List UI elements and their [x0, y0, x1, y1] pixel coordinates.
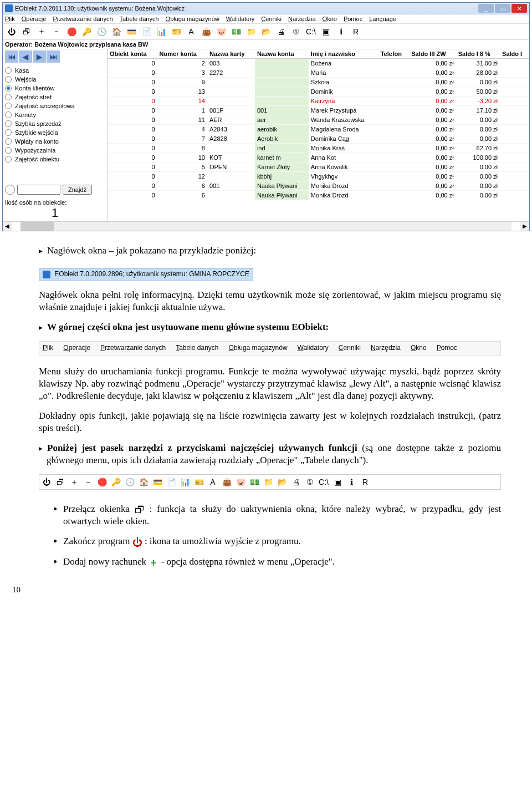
info-icon[interactable]: ℹ: [334, 25, 347, 38]
key-icon[interactable]: 🔑: [80, 25, 93, 38]
table-cell: 0: [108, 153, 157, 163]
table-row[interactable]: 032272Maria0,00 zł28,00 zł: [108, 68, 529, 78]
table-cell: [255, 59, 309, 68]
table-cell: [207, 78, 255, 87]
column-header[interactable]: Imię i nazwisko: [309, 49, 378, 59]
table-row[interactable]: 02003Bożena0,00 zł31,00 zł: [108, 59, 529, 68]
menu-item[interactable]: Narzędzia: [288, 16, 316, 22]
clock-icon[interactable]: 🕓: [95, 25, 108, 38]
table-row[interactable]: 06Nauka PływaniMonika Drozd0,00 zł0,00 z…: [108, 191, 529, 200]
scroll-thumb[interactable]: [21, 222, 54, 231]
square-icon[interactable]: ▣: [319, 25, 332, 38]
table-row[interactable]: 05OPENKarnet ZłotyAnna Kowalik0,00 zł0,0…: [108, 163, 529, 172]
cascade-icon[interactable]: 🗗: [20, 25, 33, 38]
scroll-track[interactable]: [21, 222, 511, 231]
power-icon[interactable]: ⏻: [5, 25, 18, 38]
menu-item[interactable]: Przetwarzanie danych: [53, 16, 112, 22]
table-cell: 0: [108, 191, 157, 200]
table-cell: [378, 163, 410, 172]
nav-prev-icon[interactable]: ◀: [19, 50, 32, 63]
column-header[interactable]: Saldo III ZW: [409, 49, 456, 59]
circle1-icon[interactable]: ①: [289, 25, 303, 38]
column-header[interactable]: Numer konta: [157, 49, 207, 59]
print-icon[interactable]: 🖨: [274, 25, 288, 38]
table-row[interactable]: 04A2843aerobikMagdalena Środa0,00 zł0,00…: [108, 125, 529, 134]
table-row[interactable]: 011AERaerWanda Kraszewska0,00 zł0,00 zł: [108, 115, 529, 125]
menu-item[interactable]: Okno: [323, 16, 337, 22]
folder1-icon[interactable]: 📁: [244, 25, 258, 38]
table-row[interactable]: 06001Nauka PływaniMonika Drozd0,00 zł0,0…: [108, 181, 529, 191]
chart-icon[interactable]: 📊: [155, 25, 168, 38]
column-header[interactable]: Nazwa karty: [207, 49, 255, 59]
titlebar-example: EObiekt 7.0.2009.2896; użytkownik system…: [39, 268, 253, 281]
menu-item[interactable]: Pomoc: [344, 16, 362, 22]
close-button[interactable]: ✕: [511, 4, 527, 13]
table-row[interactable]: 07A2828AerobikDominika Cąg0,00 zł0,00 zł: [108, 134, 529, 144]
piggy-icon[interactable]: 🐷: [214, 25, 228, 38]
nav-next-icon[interactable]: ▶: [33, 50, 46, 63]
maximize-button[interactable]: ▭: [495, 4, 510, 13]
menu-item[interactable]: Cenniki: [261, 16, 282, 22]
sidebar-item[interactable]: Konta klientów: [5, 85, 105, 92]
card-icon[interactable]: 💳: [125, 25, 138, 38]
sidebar-item[interactable]: Szybkie wejścia: [5, 129, 105, 136]
badge-icon: 🎫: [193, 476, 205, 488]
plus-icon[interactable]: ＋: [35, 25, 48, 38]
stop-icon[interactable]: 🛑: [65, 25, 78, 38]
table-cell: 0,00 zł: [409, 163, 456, 172]
table-row[interactable]: 013Dominik0,00 zł50,00 zł: [108, 87, 529, 97]
menu-item[interactable]: Plik: [5, 16, 15, 22]
sidebar-item[interactable]: Wejścia: [5, 76, 105, 83]
search-input[interactable]: [17, 185, 60, 195]
column-header[interactable]: Saldo I 8 %: [456, 49, 500, 59]
minus-icon[interactable]: －: [50, 25, 63, 38]
bag-icon[interactable]: 👜: [200, 25, 213, 38]
table-cell: Anna Kowalik: [309, 163, 378, 172]
sidebar-item[interactable]: Kasa: [5, 67, 105, 74]
paragraph-1: Nagłówek okna pełni rolę informacyjną. D…: [39, 289, 501, 313]
menu-item[interactable]: Tabele danych: [120, 16, 159, 22]
table-cell: 0,00 zł: [456, 191, 500, 200]
scroll-left-icon[interactable]: ◀: [3, 222, 12, 231]
scroll-right-icon[interactable]: ▶: [520, 222, 529, 231]
table-row[interactable]: 010KOTkarnet mAnna Kot0,00 zł100,00 zł: [108, 153, 529, 163]
menu-item: Plik: [43, 344, 53, 353]
column-header[interactable]: Telefon: [378, 49, 410, 59]
console-icon[interactable]: C:\: [304, 25, 318, 38]
menu-item[interactable]: Operacje: [22, 16, 47, 22]
nav-first-icon[interactable]: ⏮: [5, 50, 18, 63]
table-row[interactable]: 014Katrzyna0,00 zł-3,20 zł: [108, 97, 529, 106]
doc-icon[interactable]: 📄: [140, 25, 153, 38]
table-cell: [378, 144, 410, 153]
sidebar-item[interactable]: Wypożyczalnia: [5, 147, 105, 154]
R-icon[interactable]: R: [349, 25, 362, 38]
sidebar-item[interactable]: Szybka sprzedaż: [5, 120, 105, 127]
h-scrollbar[interactable]: ◀ ▶: [3, 221, 529, 231]
column-header[interactable]: Saldo I: [500, 49, 529, 59]
find-button[interactable]: Znajdź: [63, 185, 92, 195]
table-row[interactable]: 012kbbhjVhgykhgv0,00 zł0,00 zł: [108, 172, 529, 181]
table-cell: Bożena: [309, 59, 378, 68]
table-row[interactable]: 01001P001Marek Przystupa0,00 zł17,10 zł: [108, 106, 529, 115]
nav-last-icon[interactable]: ⏭: [47, 50, 60, 63]
column-header[interactable]: Obiekt konta: [108, 49, 157, 59]
sidebar-item[interactable]: Wpłaty na konto: [5, 138, 105, 145]
sidebar-item[interactable]: Zajętość szczegółowa: [5, 103, 105, 109]
cash-icon[interactable]: 💵: [229, 25, 243, 38]
folder2-icon[interactable]: 📂: [259, 25, 273, 38]
A-icon[interactable]: A: [185, 25, 198, 38]
square-icon: ▣: [331, 476, 344, 488]
table-row[interactable]: 09Szkoła0,00 zł0,00 zł: [108, 78, 529, 87]
menu-item[interactable]: Walidatory: [226, 16, 255, 22]
menu-item[interactable]: Obługa magazynów: [166, 16, 219, 22]
sidebar-item[interactable]: Zajętość stref: [5, 94, 105, 100]
sidebar-item[interactable]: Karnety: [5, 111, 105, 118]
table-cell: 0,00 zł: [409, 172, 456, 181]
column-header[interactable]: Nazwa konta: [255, 49, 309, 59]
menu-item[interactable]: Language: [369, 16, 396, 22]
minimize-button[interactable]: _: [478, 4, 494, 13]
home-icon[interactable]: 🏠: [110, 25, 123, 38]
badge-icon[interactable]: 🎫: [170, 25, 183, 38]
sidebar-item[interactable]: Zajętość obiektu: [5, 156, 105, 163]
table-row[interactable]: 08indMonika Kraś0,00 zł62,70 zł: [108, 144, 529, 153]
